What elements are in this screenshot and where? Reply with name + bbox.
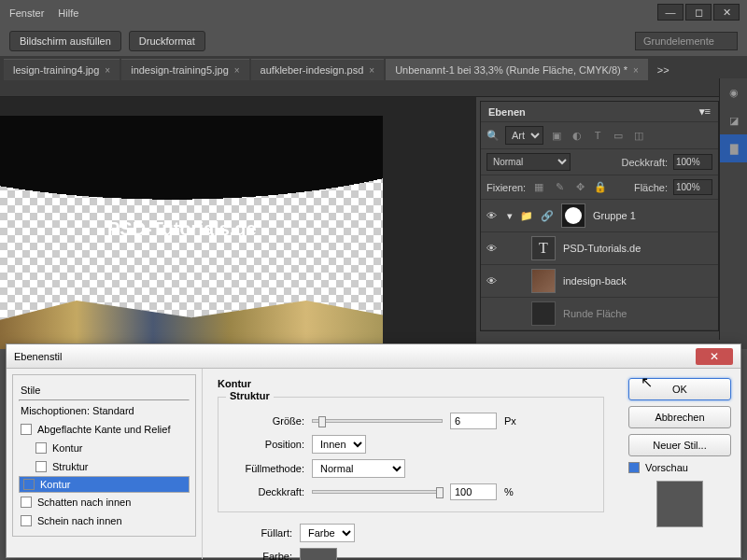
size-unit: Px xyxy=(504,415,516,427)
filter-image-icon[interactable]: ▣ xyxy=(549,128,564,143)
opacity-input[interactable] xyxy=(673,154,712,170)
layer-row[interactable]: 👁 T PSD-Tutorials.de xyxy=(481,232,718,265)
workspace-select[interactable]: Grundelemente xyxy=(635,32,738,50)
layer-name: indesign-back xyxy=(563,275,627,287)
doc-tab[interactable]: indesign-training5.jpg× xyxy=(121,59,248,80)
fill-input[interactable] xyxy=(673,179,712,195)
close-icon[interactable]: × xyxy=(105,65,110,76)
menu-fenster[interactable]: Fenster xyxy=(9,7,44,19)
layer-filter-select[interactable]: Art xyxy=(505,126,543,145)
chevron-down-icon[interactable]: ▾ xyxy=(507,210,513,222)
window-minimize[interactable]: — xyxy=(657,4,684,21)
visibility-icon[interactable]: 👁 xyxy=(486,210,500,221)
close-icon[interactable]: × xyxy=(633,65,639,76)
right-toolbar: ◉ ◪ ▇ xyxy=(719,78,747,340)
style-item[interactable]: Schatten nach innen xyxy=(19,493,190,511)
style-item-selected[interactable]: Kontur xyxy=(19,476,190,493)
fill-screen-button[interactable]: Bildschirm ausfüllen xyxy=(9,31,121,51)
preview-label: Vorschau xyxy=(645,462,688,473)
filter-text-icon[interactable]: T xyxy=(590,128,605,143)
visibility-icon[interactable]: 👁 xyxy=(486,243,500,254)
opacity-label: Deckkraft: xyxy=(621,157,668,168)
text-layer-icon: T xyxy=(531,236,556,260)
tabs-overflow[interactable]: >> xyxy=(650,60,677,80)
window-maximize[interactable]: ◻ xyxy=(685,4,712,21)
window-close[interactable]: ✕ xyxy=(713,4,740,21)
filltype-label: Füllart: xyxy=(218,527,292,539)
artwork-shape xyxy=(0,116,383,291)
blend-mode-select[interactable]: Normal xyxy=(486,153,571,171)
folder-icon: 📁 xyxy=(520,210,533,222)
style-item[interactable]: Schein nach innen xyxy=(19,511,190,530)
size-label: Größe: xyxy=(230,415,304,427)
opacity-unit: % xyxy=(504,486,514,497)
layer-name: PSD-Tutorials.de xyxy=(563,243,641,254)
layer-row[interactable]: Runde Fläche xyxy=(481,298,718,330)
group-struktur: Struktur xyxy=(226,390,274,401)
artwork-photo xyxy=(0,301,383,349)
lock-all-icon[interactable]: 🔒 xyxy=(593,180,608,195)
blend-options[interactable]: Mischoptionen: Standard xyxy=(19,401,190,420)
styles-header[interactable]: Stile xyxy=(19,381,190,399)
doc-tab[interactable]: lesign-training4.jpg× xyxy=(4,59,120,80)
search-icon: 🔍 xyxy=(486,130,500,142)
layer-row[interactable]: 👁 indesign-back xyxy=(481,265,718,298)
color-swatch[interactable] xyxy=(300,548,337,560)
doc-tab[interactable]: aufkleber-indesign.psd× xyxy=(251,59,385,80)
filter-shape-icon[interactable]: ▭ xyxy=(611,128,626,143)
dialog-title: Ebenenstil xyxy=(14,351,62,362)
ruler xyxy=(0,80,747,97)
canvas-area[interactable]: PSD-Tutorials.de xyxy=(0,97,476,349)
close-icon[interactable]: × xyxy=(234,65,240,76)
layers-panel: Ebenen▾≡ 🔍 Art ▣ ◐ T ▭ ◫ Normal Deckkraf… xyxy=(480,101,719,331)
section-title: Kontur xyxy=(218,378,604,389)
style-item[interactable]: Abgeflachte Kante und Relief xyxy=(19,420,190,439)
filter-adjust-icon[interactable]: ◐ xyxy=(570,128,585,143)
layer-mask-thumb[interactable] xyxy=(561,203,585,228)
layer-thumb[interactable] xyxy=(531,301,556,326)
menu-hilfe[interactable]: Hilfe xyxy=(58,7,78,19)
preview-checkbox[interactable] xyxy=(628,462,640,473)
filltype-select[interactable]: Farbe xyxy=(300,524,355,542)
opacity-label: Deckkraft: xyxy=(230,486,304,497)
lock-brush-icon[interactable]: ✎ xyxy=(552,180,567,195)
position-label: Position: xyxy=(230,439,304,450)
layer-name: Runde Fläche xyxy=(563,308,627,319)
fillmode-select[interactable]: Normal xyxy=(312,459,405,478)
opacity-input[interactable] xyxy=(450,483,497,500)
layer-style-dialog: Ebenenstil ✕ Stile Mischoptionen: Standa… xyxy=(6,343,741,558)
layer-name: Gruppe 1 xyxy=(593,210,636,221)
swatches-icon[interactable]: ◪ xyxy=(720,106,747,134)
new-style-button[interactable]: Neuer Stil... xyxy=(628,434,731,456)
lock-move-icon[interactable]: ✥ xyxy=(572,180,587,195)
square-tool-icon[interactable]: ▇ xyxy=(720,134,747,162)
doc-tab-active[interactable]: Unbenannt-1 bei 33,3% (Runde Fläche, CMY… xyxy=(386,59,648,80)
fill-label: Fläche: xyxy=(634,182,668,193)
lock-label: Fixieren: xyxy=(486,182,526,193)
fillmode-label: Füllmethode: xyxy=(230,463,304,474)
artwork-text: PSD-Tutorials.de xyxy=(107,218,257,240)
filter-smart-icon[interactable]: ◫ xyxy=(631,128,646,143)
layer-row[interactable]: 👁 ▾ 📁 🔗 Gruppe 1 xyxy=(481,200,718,232)
style-item[interactable]: Struktur xyxy=(19,457,190,476)
cancel-button[interactable]: Abbrechen xyxy=(628,406,731,428)
lock-transparent-icon[interactable]: ▦ xyxy=(531,180,546,195)
style-item[interactable]: Kontur xyxy=(19,439,190,457)
color-label: Farbe: xyxy=(218,551,292,560)
preview-swatch xyxy=(656,481,703,527)
color-tool-icon[interactable]: ◉ xyxy=(720,78,747,106)
size-slider[interactable] xyxy=(312,419,443,423)
panel-title: Ebenen xyxy=(488,106,526,118)
link-icon: 🔗 xyxy=(541,210,554,222)
ok-button[interactable]: OK xyxy=(628,378,731,400)
visibility-icon[interactable]: 👁 xyxy=(486,275,500,287)
dialog-close-button[interactable]: ✕ xyxy=(696,348,733,365)
print-format-button[interactable]: Druckformat xyxy=(129,31,205,51)
close-icon[interactable]: × xyxy=(369,65,374,76)
size-input[interactable] xyxy=(450,413,497,429)
position-select[interactable]: Innen xyxy=(312,435,366,454)
layer-thumb[interactable] xyxy=(531,269,556,293)
document-canvas[interactable]: PSD-Tutorials.de xyxy=(0,116,383,349)
panel-menu-icon[interactable]: ▾≡ xyxy=(699,105,711,118)
opacity-slider[interactable] xyxy=(312,490,443,494)
